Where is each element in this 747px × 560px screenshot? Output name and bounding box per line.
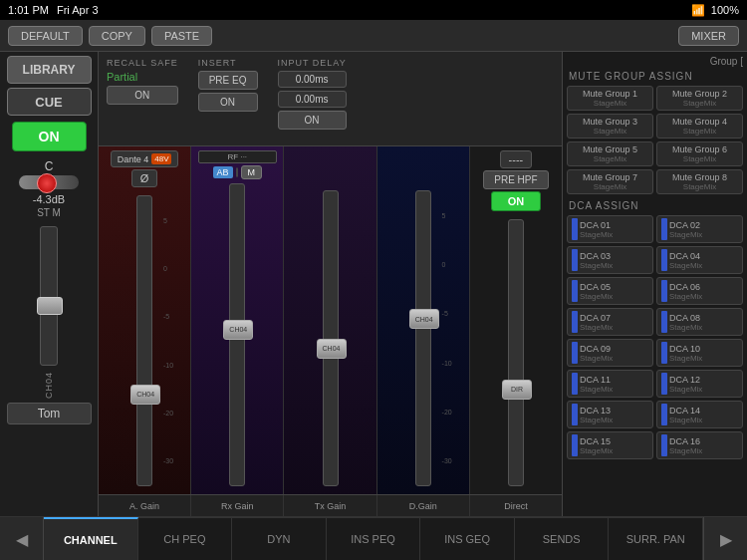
nav-tab-ins-geq[interactable]: INS GEQ	[420, 517, 515, 560]
fader1-marks: 50-5-10-20-30	[163, 196, 173, 485]
mute-group-item-4[interactable]: Mute Group 4StageMix	[656, 114, 743, 139]
dca-assign-item-8[interactable]: DCA 08StageMix	[656, 308, 743, 336]
mute-group-item-3[interactable]: Mute Group 3StageMix	[567, 114, 653, 139]
dca-assign-item-6[interactable]: DCA 06StageMix	[656, 277, 743, 305]
mute-group-item-8[interactable]: Mute Group 8StageMix	[656, 169, 743, 194]
strip1-top-controls: Dante 4 48V Ø	[101, 150, 188, 187]
direct-on-btn[interactable]: ON	[491, 191, 542, 211]
insert-on-btn[interactable]: ON	[198, 93, 258, 112]
fader-strip-dgain: CH04 50-5-10-20-30	[377, 146, 470, 494]
strip5-fader-track[interactable]: DIR	[508, 219, 524, 486]
dca-assign-item-7[interactable]: DCA 07StageMix	[567, 308, 653, 336]
wifi-icon: 📶	[691, 4, 705, 17]
strip5-fader-handle[interactable]: DIR	[502, 380, 532, 400]
ab-badge: AB	[213, 166, 233, 178]
recall-safe-on-btn[interactable]: ON	[107, 86, 178, 105]
mute-group-grid: Mute Group 1StageMixMute Group 2StageMix…	[567, 86, 743, 194]
time-display: 1:01 PM	[8, 4, 49, 16]
sidebar-fader[interactable]	[40, 226, 58, 366]
dca-assign-item-9[interactable]: DCA 09StageMix	[567, 339, 653, 367]
delay-val1-display: 0.00ms	[278, 71, 347, 88]
input-delay-on-btn[interactable]: ON	[278, 111, 347, 130]
dca-assign-item-5[interactable]: DCA 05StageMix	[567, 277, 653, 305]
strip5-top-controls: ---- PRE HPF ON	[472, 150, 560, 211]
m-btn[interactable]: M	[241, 165, 263, 179]
tom-name-label: Tom	[7, 403, 92, 424]
dca-assign-item-14[interactable]: DCA 14StageMix	[656, 401, 743, 428]
strip2-fader-handle[interactable]: CH04	[223, 320, 253, 340]
strip1-fader-track[interactable]: CH04 50-5-10-20-30	[136, 195, 152, 486]
dca-assign-item-4[interactable]: DCA 04StageMix	[656, 246, 743, 274]
dca-assign-item-10[interactable]: DCA 10StageMix	[656, 339, 743, 367]
strip2-fader-track[interactable]: CH04	[229, 183, 245, 486]
dca-assign-item-13[interactable]: DCA 13StageMix	[567, 401, 653, 428]
fader-strip-direct: ---- PRE HPF ON DIR	[470, 146, 562, 494]
mute-group-title: MUTE GROUP ASSIGN	[569, 71, 741, 82]
cue-button[interactable]: CUE	[7, 88, 92, 116]
dante-source-btn[interactable]: Dante 4 48V	[111, 150, 179, 167]
delay-val2-display: 0.00ms	[278, 91, 347, 108]
dca-assign-item-16[interactable]: DCA 16StageMix	[656, 431, 743, 459]
mute-group-item-6[interactable]: Mute Group 6StageMix	[656, 141, 743, 166]
nav-prev-btn[interactable]: ◀	[0, 517, 44, 560]
on-button[interactable]: ON	[12, 122, 87, 151]
strip4-fader-track[interactable]: CH04 50-5-10-20-30	[415, 190, 431, 486]
top-toolbar: DEFAULT COPY PASTE MIXER	[0, 20, 747, 52]
mixer-main: RECALL SAFE Partial ON INSERT PRE EQ ON …	[99, 52, 563, 516]
sidebar-fader-handle[interactable]	[37, 297, 63, 315]
mute-group-item-7[interactable]: Mute Group 7StageMix	[567, 169, 653, 194]
rf-indicator: RF ···	[198, 150, 277, 163]
fader-strip-txgain: CH04	[284, 146, 376, 494]
dca-assign-item-15[interactable]: DCA 15StageMix	[567, 431, 653, 459]
db-value-display: -4.3dB	[33, 193, 65, 205]
input-delay-section: INPUT DELAY 0.00ms 0.00ms ON	[278, 58, 347, 140]
dca-assign-item-3[interactable]: DCA 03StageMix	[567, 246, 653, 274]
fader-strip-again: Dante 4 48V Ø CH04 50-5-10-20-30	[99, 146, 191, 494]
mute-group-item-5[interactable]: Mute Group 5StageMix	[567, 141, 653, 166]
nav-next-btn[interactable]: ▶	[703, 517, 747, 560]
right-panel: Group [ MUTE GROUP ASSIGN Mute Group 1St…	[563, 52, 747, 516]
mixer-button[interactable]: MIXER	[678, 26, 739, 46]
strip3-fader-track[interactable]: CH04	[323, 190, 339, 486]
battery-display: 100%	[711, 4, 739, 16]
strip3-fader-handle[interactable]: CH04	[317, 339, 347, 359]
main-layout: DEFAULT COPY PASTE MIXER LIBRARY CUE ON …	[0, 20, 747, 560]
dca-assign-item-1[interactable]: DCA 01StageMix	[567, 215, 653, 243]
recall-safe-section: RECALL SAFE Partial ON	[107, 58, 178, 140]
dca-assign-item-2[interactable]: DCA 02StageMix	[656, 215, 743, 243]
db-knob[interactable]	[19, 175, 79, 189]
paste-button[interactable]: PASTE	[151, 26, 212, 46]
pre-eq-btn[interactable]: PRE EQ	[198, 71, 258, 90]
rxgain-label: Rx Gain	[191, 495, 284, 516]
pre-hpf-btn[interactable]: PRE HPF	[483, 170, 548, 189]
txgain-label: Tx Gain	[284, 495, 376, 516]
default-button[interactable]: DEFAULT	[8, 26, 83, 46]
dca-assign-item-12[interactable]: DCA 12StageMix	[656, 370, 743, 398]
nav-tab-surr.-pan[interactable]: SURR. PAN	[609, 517, 703, 560]
nav-tab-ins-peq[interactable]: INS PEQ	[327, 517, 421, 560]
phase-btn[interactable]: Ø	[131, 169, 158, 187]
dgain-label: D.Gain	[377, 495, 470, 516]
48v-badge: 48V	[151, 153, 171, 164]
sidebar: LIBRARY CUE ON C -4.3dB ST M CH04 Tom	[0, 52, 99, 516]
nav-tab-channel[interactable]: CHANNEL	[44, 517, 138, 560]
strip2-badges: AB M	[213, 165, 263, 179]
content-area: LIBRARY CUE ON C -4.3dB ST M CH04 Tom	[0, 52, 747, 516]
recall-safe-label: RECALL SAFE	[107, 58, 178, 68]
nav-tab-sends[interactable]: SENDS	[515, 517, 610, 560]
mute-group-item-1[interactable]: Mute Group 1StageMix	[567, 86, 653, 111]
fader-strip-rxgain: RF ··· AB M CH04	[191, 146, 284, 494]
dca-assign-item-11[interactable]: DCA 11StageMix	[567, 370, 653, 398]
nav-tab-dyn[interactable]: DYN	[232, 517, 327, 560]
library-button[interactable]: LIBRARY	[7, 56, 92, 84]
partial-label: Partial	[107, 71, 178, 83]
date-display: Fri Apr 3	[57, 4, 99, 16]
strip4-fader-handle[interactable]: CH04	[409, 309, 439, 329]
nav-tab-ch-peq[interactable]: CH PEQ	[138, 517, 233, 560]
strip1-fader-handle[interactable]: CH04	[130, 385, 160, 405]
faders-area: Dante 4 48V Ø CH04 50-5-10-20-30	[99, 146, 562, 494]
insert-section: INSERT PRE EQ ON	[198, 58, 258, 140]
copy-button[interactable]: COPY	[89, 26, 145, 46]
mute-group-item-2[interactable]: Mute Group 2StageMix	[656, 86, 743, 111]
group-bracket-label: Group [	[567, 56, 743, 67]
